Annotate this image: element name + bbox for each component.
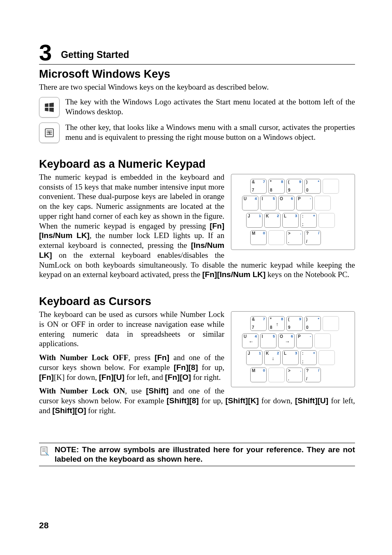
keycap: P- bbox=[296, 196, 313, 210]
keycap: L3 bbox=[282, 213, 299, 228]
page: 3 Getting Started Microsoft Windows Keys… bbox=[0, 0, 392, 555]
keycap: ?// bbox=[304, 230, 321, 245]
text: The numeric keypad is embedded in the ke… bbox=[39, 173, 224, 230]
key-8-ref: [8] bbox=[189, 363, 198, 372]
shift-key-ref: [Shift] bbox=[52, 406, 75, 415]
keycap: U4 bbox=[242, 196, 258, 210]
keycap: P- bbox=[296, 333, 313, 348]
keycap: *88↑ bbox=[268, 316, 285, 331]
keycap: :;+ bbox=[300, 350, 317, 365]
keycap: J1 bbox=[246, 213, 263, 228]
section-cursors: Keyboard as Cursors &77*88↑(99)0*U4←I5O6… bbox=[39, 295, 355, 420]
windows-logo-icon bbox=[44, 102, 55, 113]
text: for up, bbox=[199, 396, 226, 405]
key-K-ref: [K] bbox=[248, 396, 258, 405]
keycap: :;+ bbox=[300, 213, 317, 228]
section1-intro: There are two special Windows keys on th… bbox=[39, 82, 355, 92]
numlock-on-paragraph: With Number Lock ON, use [Shift] and one… bbox=[39, 386, 355, 415]
keycap: I5 bbox=[260, 196, 277, 210]
context-menu-key-text: The other key, that looks like a Windows… bbox=[65, 123, 355, 142]
keycap: >.. bbox=[286, 368, 303, 382]
text: for right. bbox=[86, 406, 116, 415]
fn-key-ref: [Fn] bbox=[154, 353, 169, 362]
context-menu-key-row: The other key, that looks like a Windows… bbox=[39, 123, 355, 143]
key-O-ref: [O] bbox=[75, 406, 86, 415]
chapter-number: 3 bbox=[39, 41, 52, 64]
section-numeric-keypad: Keyboard as a Numeric Keypad &77*88(99)0… bbox=[39, 158, 355, 284]
keycap: O6 bbox=[278, 196, 295, 210]
section-heading-windows-keys: Microsoft Windows Keys bbox=[39, 68, 355, 81]
numeric-keypad-figure: &77*88(99)0*U4I5O6P-J1K2L3:;+M0>..?// bbox=[231, 174, 355, 250]
key-U-ref: [U] bbox=[318, 396, 328, 405]
insnum-key-ref: [Ins/Num LK] bbox=[217, 270, 265, 279]
page-number: 28 bbox=[39, 520, 48, 530]
keycap: J1 bbox=[246, 350, 263, 365]
fn-key-ref: [Fn] bbox=[99, 373, 114, 382]
text: for down, bbox=[65, 373, 99, 382]
keycap: L3 bbox=[282, 350, 299, 365]
fn-key-ref: [Fn] bbox=[39, 373, 54, 382]
cursor-keypad-figure: &77*88↑(99)0*U4←I5O6→P-J1K2↓L3:;+M0>..?/… bbox=[231, 311, 355, 387]
note-icon bbox=[39, 445, 51, 458]
text: for left, and bbox=[125, 373, 165, 382]
context-menu-key-icon bbox=[39, 123, 60, 143]
insnum-key-ref: [Ins/Num LK] bbox=[39, 231, 90, 240]
shift-key-ref: [Shift] bbox=[295, 396, 318, 405]
note-box: NOTE: The arrow symbols are illustrated … bbox=[39, 443, 355, 467]
chapter-header: 3 Getting Started bbox=[39, 41, 355, 65]
keycap: *88 bbox=[268, 179, 285, 194]
windows-logo-key-icon bbox=[39, 97, 60, 118]
shift-key-ref: [Shift] bbox=[167, 396, 189, 405]
windows-logo-key-row: The key with the Windows Logo activates … bbox=[39, 97, 355, 118]
keycap: K2 bbox=[264, 213, 281, 228]
fn-key-ref: [Fn] bbox=[202, 270, 217, 279]
windows-logo-key-text: The key with the Windows Logo activates … bbox=[65, 97, 355, 117]
text: keys on the Notebook PC. bbox=[265, 270, 349, 279]
keycap: >.. bbox=[286, 230, 303, 245]
keycap: &77 bbox=[250, 179, 267, 194]
keycap: (99 bbox=[286, 179, 303, 194]
keycap: &77 bbox=[250, 316, 267, 331]
text: for down, bbox=[259, 396, 295, 405]
keycap: )0* bbox=[304, 179, 321, 194]
key-K-ref: [K] bbox=[54, 373, 65, 382]
label-numlock-on: With Number Lock ON bbox=[39, 386, 125, 395]
svg-rect-4 bbox=[41, 447, 47, 455]
keycap: M0 bbox=[250, 368, 267, 382]
chapter-title: Getting Started bbox=[61, 49, 129, 60]
shift-key-ref: [Shift] bbox=[226, 396, 248, 405]
note-text: NOTE: The arrow symbols are illustrated … bbox=[55, 445, 355, 465]
section-heading-numeric-keypad: Keyboard as a Numeric Keypad bbox=[39, 158, 355, 171]
context-menu-icon bbox=[44, 127, 55, 138]
key-O-ref: [O] bbox=[180, 373, 191, 382]
fn-key-ref: [Fn] bbox=[174, 363, 189, 372]
keycap: K2↓ bbox=[264, 350, 281, 365]
keycap: ?// bbox=[304, 368, 321, 382]
keycap: O6→ bbox=[278, 333, 295, 348]
fn-key-ref: [Fn] bbox=[165, 373, 180, 382]
text: for right. bbox=[191, 373, 221, 382]
keycap: M0 bbox=[250, 230, 267, 245]
section-heading-cursors: Keyboard as Cursors bbox=[39, 295, 355, 308]
fn-key-ref: [Fn] bbox=[210, 222, 224, 230]
text: , use bbox=[125, 386, 146, 395]
keycap: (99 bbox=[286, 316, 303, 331]
shift-key-ref: [Shift] bbox=[146, 386, 168, 395]
keycap: )0* bbox=[304, 316, 321, 331]
text: for up, bbox=[198, 363, 224, 372]
key-U-ref: [U] bbox=[114, 373, 125, 382]
keycap: U4← bbox=[242, 333, 258, 348]
text: , press bbox=[128, 353, 154, 362]
keycap: I5 bbox=[260, 333, 277, 348]
label-numlock-off: With Number Lock OFF bbox=[39, 353, 128, 362]
key-8-ref: [8] bbox=[189, 396, 198, 405]
